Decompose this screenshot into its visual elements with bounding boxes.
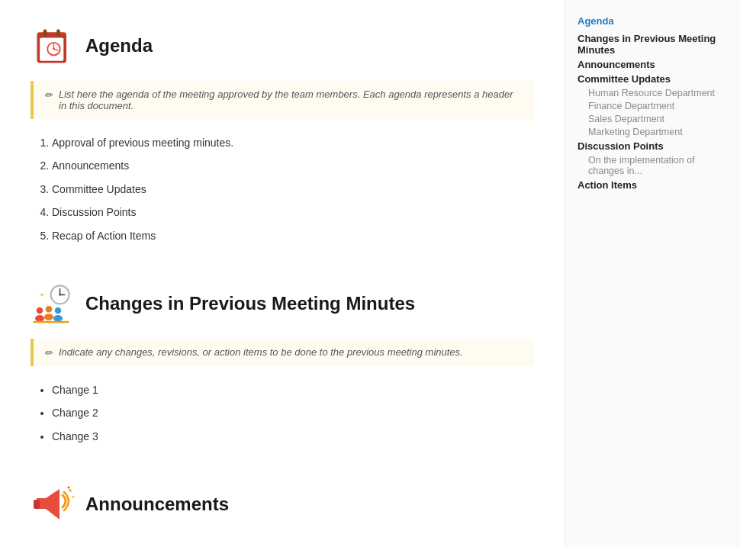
sidebar-item-discussion[interactable]: Discussion Points	[577, 140, 728, 152]
svg-rect-21	[34, 500, 40, 509]
announcements-icon	[31, 481, 76, 527]
sidebar-item-hr[interactable]: Human Resource Department	[577, 88, 728, 98]
sidebar-item-action[interactable]: Action Items	[577, 179, 728, 191]
change-item-1: Change 1	[52, 381, 534, 398]
changes-info-text: Indicate any changes, revisions, or acti…	[59, 346, 463, 358]
svg-rect-2	[43, 29, 47, 36]
agenda-icon-svg	[33, 25, 75, 67]
agenda-info-box: ✏ List here the agenda of the meeting ap…	[31, 81, 534, 119]
sidebar-item-sales[interactable]: Sales Department	[577, 114, 728, 124]
announcements-header: Announcements	[31, 481, 534, 527]
changes-list: Change 1 Change 2 Change 3	[31, 381, 534, 445]
svg-point-23	[72, 496, 75, 498]
agenda-title: Agenda	[85, 35, 153, 56]
sidebar: Agenda Changes in Previous Meeting Minut…	[565, 0, 740, 547]
announcements-section: Announcements	[31, 481, 534, 527]
svg-point-16	[55, 307, 62, 314]
svg-marker-20	[37, 489, 60, 520]
agenda-icon	[31, 23, 76, 69]
sidebar-item-discussion-sub[interactable]: On the implementation of changes in...	[577, 155, 728, 176]
agenda-item-2: Announcements	[52, 157, 534, 174]
changes-info-box: ✏ Indicate any changes, revisions, or ac…	[31, 339, 534, 366]
change-item-3: Change 3	[52, 428, 534, 445]
announcements-title: Announcements	[85, 494, 229, 515]
sidebar-item-agenda[interactable]: Agenda	[577, 15, 728, 27]
change-item-2: Change 2	[52, 404, 534, 421]
sidebar-item-announcements[interactable]: Announcements	[577, 59, 728, 70]
agenda-item-3: Committee Updates	[52, 181, 534, 198]
pencil-icon-2: ✏	[44, 347, 53, 359]
svg-rect-18	[33, 321, 69, 323]
svg-point-14	[46, 306, 53, 313]
agenda-list: Approval of previous meeting minutes. An…	[31, 134, 534, 244]
agenda-section: Agenda ✏ List here the agenda of the mee…	[31, 23, 534, 244]
svg-point-13	[35, 315, 44, 322]
svg-point-22	[69, 489, 72, 492]
svg-point-12	[37, 307, 43, 314]
pencil-icon: ✏	[44, 89, 53, 101]
svg-marker-19	[40, 293, 44, 297]
svg-point-15	[44, 314, 53, 321]
agenda-item-4: Discussion Points	[52, 204, 534, 220]
svg-rect-3	[56, 29, 60, 36]
changes-icon-svg	[31, 278, 76, 328]
changes-title: Changes in Previous Meeting Minutes	[85, 293, 415, 314]
svg-point-24	[68, 487, 70, 489]
svg-point-17	[53, 315, 63, 322]
changes-section: Changes in Previous Meeting Minutes ✏ In…	[31, 281, 534, 445]
sidebar-item-marketing[interactable]: Marketing Department	[577, 127, 728, 137]
agenda-info-text: List here the agenda of the meeting appr…	[59, 88, 523, 111]
sidebar-item-changes[interactable]: Changes in Previous Meeting Minutes	[577, 33, 728, 56]
sidebar-item-finance[interactable]: Finance Department	[577, 101, 728, 111]
agenda-item-5: Recap of Action Items	[52, 227, 534, 244]
changes-header: Changes in Previous Meeting Minutes	[31, 281, 534, 327]
changes-icon	[31, 281, 76, 327]
announcements-icon-svg	[31, 481, 76, 527]
main-content: Agenda ✏ List here the agenda of the mee…	[0, 0, 565, 547]
agenda-item-1: Approval of previous meeting minutes.	[52, 134, 534, 151]
agenda-header: Agenda	[31, 23, 534, 69]
sidebar-item-committee[interactable]: Committee Updates	[577, 73, 728, 85]
